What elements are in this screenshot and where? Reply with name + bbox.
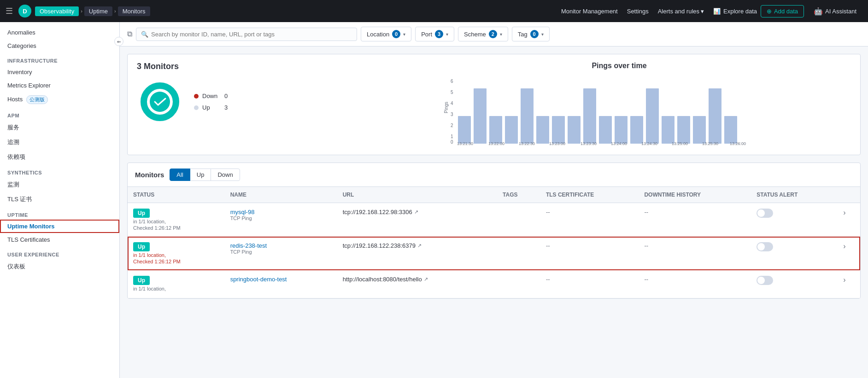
table-row: Up in 1/1 location, springboot-demo-test… <box>128 270 860 298</box>
svg-text:13:23:30: 13:23:30 <box>581 141 597 146</box>
scheme-filter[interactable]: Scheme 2 ▾ <box>458 27 508 41</box>
col-expand <box>838 187 860 203</box>
monitor-name-link-1[interactable]: redis-238-test <box>230 242 267 249</box>
sidebar-item-dashboard[interactable]: 仪表板 <box>0 259 119 274</box>
svg-text:13:24:00: 13:24:00 <box>611 141 627 146</box>
sidebar-item-inventory[interactable]: Inventory <box>0 65 119 79</box>
sidebar-section-infrastructure: Infrastructure <box>0 52 119 65</box>
sidebar-item-dependencies[interactable]: 依赖项 <box>0 150 119 164</box>
sidebar-item-monitor[interactable]: 监测 <box>0 177 119 192</box>
external-link-icon-1[interactable]: ↗ <box>417 243 422 249</box>
expand-button-2[interactable]: › <box>843 276 845 284</box>
add-data-button[interactable]: ⊕ Add data <box>761 5 804 17</box>
cell-name-0: mysql-98 TCP Ping <box>225 203 337 237</box>
svg-text:6: 6 <box>451 79 453 84</box>
breadcrumb-observability[interactable]: Observability <box>35 6 79 16</box>
sidebar-item-traces[interactable]: 追溯 <box>0 135 119 150</box>
sidebar-section-uptime: Uptime <box>0 207 119 220</box>
cell-toggle-2 <box>751 270 838 298</box>
search-container: 🔍 <box>136 28 357 41</box>
monitor-type-1: TCP Ping <box>230 249 332 255</box>
location-filter[interactable]: Location 0 ▾ <box>361 27 411 41</box>
sidebar-item-tls-certificates[interactable]: TLS Certificates <box>0 233 119 246</box>
cell-tags-2 <box>497 270 540 298</box>
svg-text:13:24:30: 13:24:30 <box>641 141 657 146</box>
url-text-2: http://localhost:8080/test/hello <box>343 276 422 283</box>
status-badge-2: Up <box>133 276 150 285</box>
breadcrumb-monitors[interactable]: Monitors <box>118 6 150 16</box>
svg-text:1: 1 <box>451 134 453 139</box>
expand-button-1[interactable]: › <box>843 242 845 250</box>
col-status: Status <box>128 187 225 203</box>
cell-tags-0 <box>497 203 540 237</box>
status-badge-0: Up <box>133 209 150 218</box>
nav-alerts-rules[interactable]: Alerts and rules ▾ <box>658 8 704 15</box>
nav-monitor-management[interactable]: Monitor Management <box>561 8 618 15</box>
filter-bar: ⧉ 🔍 Location 0 ▾ Port 3 ▾ Scheme 2 ▾ Ta <box>120 22 868 47</box>
tag-filter[interactable]: Tag 0 ▾ <box>512 27 550 41</box>
cell-status-1: Up in 1/1 location, Checked 1:26:12 PM <box>128 237 225 270</box>
chevron-down-icon: ▾ <box>446 32 448 37</box>
cell-status-0: Up in 1/1 location, Checked 1:26:12 PM <box>128 203 225 237</box>
svg-rect-11 <box>458 116 471 144</box>
svg-rect-14 <box>505 116 518 144</box>
sidebar-item-services[interactable]: 服务 <box>0 120 119 135</box>
sidebar-item-uptime-monitors[interactable]: Uptime Monitors <box>0 220 119 233</box>
col-downtime: Downtime history <box>639 187 751 203</box>
monitors-section: Monitors All Up Down Status Name Url Tag… <box>127 163 861 299</box>
up-dot <box>194 105 199 110</box>
status-alert-toggle-1[interactable] <box>757 242 773 251</box>
external-link-icon-2[interactable]: ↗ <box>424 276 428 282</box>
ai-assistant-button[interactable]: 🤖 AI Assistant <box>808 4 862 18</box>
svg-text:13:21:30: 13:21:30 <box>457 141 473 146</box>
svg-text:4: 4 <box>451 101 453 106</box>
tab-up[interactable]: Up <box>190 169 211 181</box>
status-alert-toggle-0[interactable] <box>757 209 773 218</box>
sidebar-item-anomalies[interactable]: Anomalies <box>0 26 119 39</box>
col-name: Name <box>225 187 337 203</box>
hamburger-icon[interactable]: ☰ <box>6 6 13 16</box>
cell-name-1: redis-238-test TCP Ping <box>225 237 337 270</box>
svg-rect-21 <box>615 116 628 144</box>
svg-rect-22 <box>630 116 643 144</box>
cell-expand-0: › <box>838 203 860 237</box>
svg-text:5: 5 <box>451 90 453 95</box>
monitor-name-link-2[interactable]: springboot-demo-test <box>230 276 287 283</box>
svg-text:13:22:00: 13:22:00 <box>488 141 504 146</box>
main-content: ⧉ 🔍 Location 0 ▾ Port 3 ▾ Scheme 2 ▾ Ta <box>120 22 868 378</box>
chart-title: Pings over time <box>387 62 851 70</box>
sidebar-item-metrics-explorer[interactable]: Metrics Explorer <box>0 79 119 92</box>
summary-panel: 3 Monitors <box>127 54 861 155</box>
search-input[interactable] <box>151 31 352 38</box>
cell-url-1: tcp://192.168.122.238:6379 ↗ <box>337 237 497 270</box>
add-data-icon: ⊕ <box>767 8 772 15</box>
external-link-icon-0[interactable]: ↗ <box>414 209 418 215</box>
nav-explore-data[interactable]: 📊 Explore data <box>713 8 757 15</box>
cell-toggle-1 <box>751 237 838 270</box>
expand-button-0[interactable]: › <box>843 209 845 216</box>
svg-text:0: 0 <box>451 140 453 145</box>
tab-down[interactable]: Down <box>211 169 240 181</box>
sidebar-item-hosts[interactable]: Hosts 公测版 <box>0 92 119 107</box>
filter-icon[interactable]: ⧉ <box>127 30 132 38</box>
svg-rect-27 <box>709 88 721 144</box>
svg-rect-28 <box>724 116 737 144</box>
cell-expand-1: › <box>838 237 860 270</box>
status-alert-toggle-2[interactable] <box>757 276 773 285</box>
port-filter[interactable]: Port 3 ▾ <box>415 27 454 41</box>
sidebar-section-synthetics: Synthetics <box>0 164 119 177</box>
hosts-badge: 公测版 <box>26 95 48 104</box>
svg-rect-24 <box>662 116 674 144</box>
nav-settings[interactable]: Settings <box>627 8 649 15</box>
svg-text:2: 2 <box>451 123 453 128</box>
tab-all[interactable]: All <box>170 169 190 181</box>
sidebar-section-apm: APM <box>0 107 119 120</box>
monitor-name-link-0[interactable]: mysql-98 <box>230 209 255 215</box>
table-header-row: Status Name Url Tags TLS Certificate Dow… <box>128 187 860 203</box>
sidebar-item-categories[interactable]: Categories <box>0 39 119 52</box>
breadcrumb-uptime[interactable]: Uptime <box>84 6 112 16</box>
sidebar-item-tls-cert[interactable]: TLS 证书 <box>0 192 119 207</box>
table-row: Up in 1/1 location, Checked 1:26:12 PM m… <box>128 203 860 237</box>
status-sub-2: in 1/1 location, <box>133 286 219 291</box>
svg-text:13:23:00: 13:23:00 <box>549 141 565 146</box>
